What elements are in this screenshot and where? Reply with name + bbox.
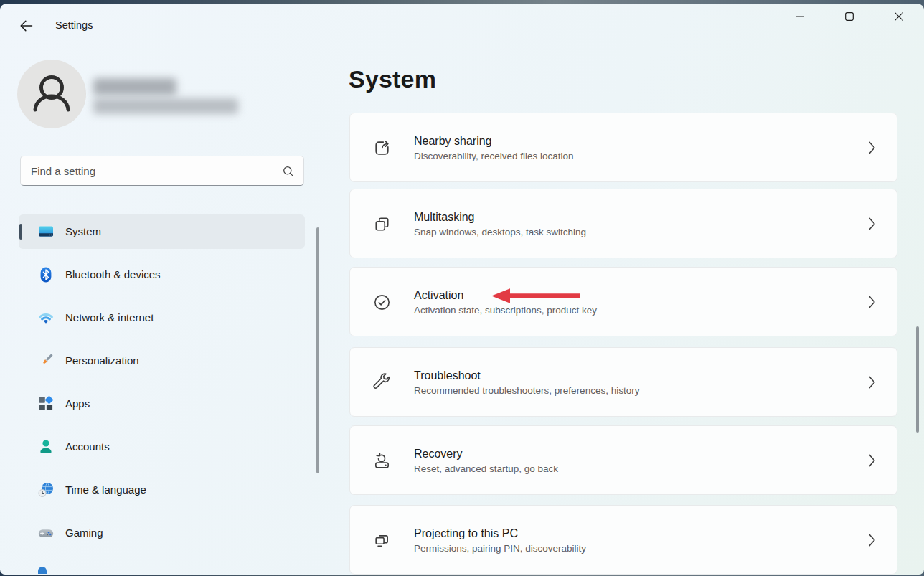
chevron-right-icon — [868, 141, 876, 154]
sidebar-item-label: Apps — [65, 387, 90, 421]
apps-grid-icon — [38, 396, 54, 412]
share-icon — [372, 138, 392, 158]
chevron-right-icon — [868, 533, 876, 547]
back-button[interactable] — [13, 14, 39, 38]
user-name-redacted — [93, 78, 176, 95]
settings-window: Settings — [0, 4, 924, 575]
sidebar-item-accounts[interactable]: Accounts — [19, 430, 305, 464]
chevron-right-icon — [868, 375, 876, 389]
overlapping-windows-icon — [372, 214, 392, 234]
chevron-right-icon — [868, 217, 876, 230]
sidebar-item-gaming[interactable]: Gaming — [19, 516, 305, 550]
main-scrollbar[interactable] — [916, 326, 919, 433]
card-text: Troubleshoot Recommended troubleshooters… — [414, 369, 639, 395]
card-text: Projecting to this PC Permissions, pairi… — [414, 527, 586, 553]
card-title: Nearby sharing — [414, 134, 574, 147]
card-text: Recovery Reset, advanced startup, go bac… — [414, 447, 558, 473]
chevron-right-icon — [868, 453, 876, 467]
card-text: Multitasking Snap windows, desktops, tas… — [414, 210, 586, 237]
card-title: Recovery — [414, 447, 558, 460]
card-title: Multitasking — [414, 210, 586, 223]
check-circle-icon — [372, 293, 392, 312]
sidebar-item-label: Network & internet — [65, 301, 154, 335]
desktop: { "titlebar": { "app_title": "Settings",… — [0, 0, 924, 576]
sidebar-item-label: Personalization — [65, 344, 139, 378]
sidebar-scrollbar[interactable] — [316, 227, 319, 473]
brush-icon — [38, 353, 54, 369]
search-box — [20, 156, 304, 186]
back-arrow-icon — [19, 20, 33, 32]
card-nearby-sharing[interactable]: Nearby sharing Discoverability, received… — [349, 113, 897, 182]
display-icon — [38, 224, 54, 240]
card-subtitle: Recommended troubleshooters, preferences… — [414, 384, 639, 395]
minimize-icon — [796, 16, 804, 17]
game-controller-icon — [38, 525, 54, 541]
card-subtitle: Snap windows, desktops, task switching — [414, 226, 586, 237]
app-title: Settings — [55, 19, 93, 31]
person-outline-icon — [17, 60, 86, 128]
card-projecting-to-this-pc[interactable]: Projecting to this PC Permissions, pairi… — [349, 505, 897, 575]
annotation-arrow-left-icon — [491, 288, 582, 304]
minimize-button[interactable] — [783, 4, 816, 29]
sidebar-item-label: Bluetooth & devices — [65, 258, 161, 292]
card-subtitle: Reset, advanced startup, go back — [414, 463, 558, 473]
sidebar-item-label: System — [65, 214, 101, 249]
search-icon[interactable] — [283, 166, 294, 177]
close-button[interactable] — [882, 4, 915, 29]
sidebar-item-label: Accounts — [65, 430, 110, 464]
wifi-icon — [38, 310, 54, 326]
next-sidebar-item-peek-icon — [38, 567, 47, 574]
card-text: Nearby sharing Discoverability, received… — [414, 134, 574, 161]
maximize-button[interactable] — [833, 4, 866, 29]
sidebar-item-personalization[interactable]: Personalization — [19, 344, 305, 378]
avatar — [17, 60, 86, 128]
card-title: Troubleshoot — [414, 369, 639, 382]
card-subtitle: Activation state, subscriptions, product… — [414, 304, 597, 315]
search-input[interactable] — [21, 156, 303, 185]
wrench-icon — [372, 373, 392, 392]
card-recovery[interactable]: Recovery Reset, advanced startup, go bac… — [349, 425, 897, 495]
sidebar-item-time-language[interactable]: Time & language — [19, 473, 305, 507]
sidebar-item-label: Time & language — [65, 473, 146, 507]
recovery-arrow-icon — [372, 451, 392, 471]
projecting-screens-icon — [372, 531, 392, 550]
close-icon — [895, 12, 903, 21]
card-multitasking[interactable]: Multitasking Snap windows, desktops, tas… — [349, 189, 897, 258]
sidebar-item-network-internet[interactable]: Network & internet — [19, 301, 305, 335]
person-icon — [38, 439, 54, 455]
user-email-redacted — [93, 98, 238, 114]
card-subtitle: Discoverability, received files location — [414, 150, 574, 161]
page-title: System — [349, 65, 436, 93]
card-subtitle: Permissions, pairing PIN, discoverabilit… — [414, 542, 586, 553]
bluetooth-icon — [38, 267, 54, 283]
selected-indicator — [19, 224, 22, 240]
sidebar-item-bluetooth-devices[interactable]: Bluetooth & devices — [19, 258, 305, 292]
card-title: Projecting to this PC — [414, 527, 586, 539]
sidebar-item-apps[interactable]: Apps — [19, 387, 305, 421]
maximize-icon — [845, 12, 854, 21]
sidebar-item-system[interactable]: System — [19, 214, 305, 249]
chevron-right-icon — [868, 295, 876, 308]
card-troubleshoot[interactable]: Troubleshoot Recommended troubleshooters… — [349, 347, 897, 417]
sidebar-item-label: Gaming — [65, 516, 103, 550]
card-activation[interactable]: Activation Activation state, subscriptio… — [349, 267, 897, 336]
clock-globe-icon — [38, 482, 54, 498]
